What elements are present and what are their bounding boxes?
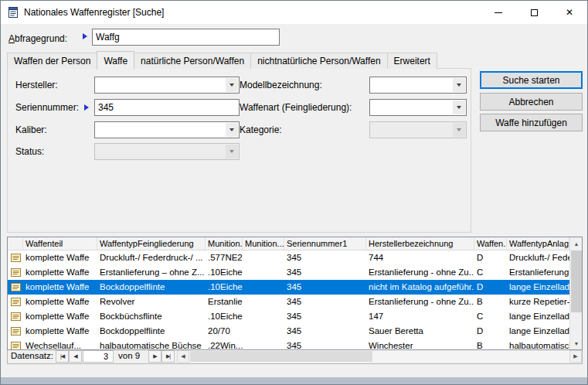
first-record-button[interactable]: |◀ xyxy=(56,350,69,363)
column-header-herstellerbezeichnung[interactable]: Herstellerbezeichnung xyxy=(366,237,474,250)
close-button[interactable]: ✕ xyxy=(552,1,587,24)
window-title: Nationales Waffenregister [Suche] xyxy=(24,7,164,18)
column-header-seriennummer1[interactable]: Seriennummer1 xyxy=(284,237,366,250)
cell-waffenteil: komplette Waffe xyxy=(23,309,97,324)
cell-waffenteil: Wechsellauf... xyxy=(23,339,97,349)
table-row-selected[interactable]: komplette Waffe Bockdoppelflinte .10Eich… xyxy=(8,280,569,295)
table-row[interactable]: komplette Waffe Bockbüchsflinte .10Eiche… xyxy=(8,309,569,324)
waffe-hinzufuegen-button[interactable]: Waffe hinzufügen xyxy=(480,114,583,131)
cell-waffentypanlage: halbautomatische... xyxy=(507,339,569,349)
scroll-left-icon[interactable]: ◀ xyxy=(177,350,189,363)
app-icon xyxy=(7,6,19,19)
seriennummer-label: Seriennummer: xyxy=(15,102,79,113)
scroll-right-icon[interactable]: ▶ xyxy=(569,350,582,363)
cell-waffentyp: halbautomatische Büchse xyxy=(97,339,206,349)
last-record-button[interactable]: ▶| xyxy=(161,350,175,363)
cell-munition-1: .10Eiche... xyxy=(206,265,243,280)
horizontal-scrollbar[interactable]: ◀ ▶ xyxy=(177,350,582,363)
cell-waffentyp: Bockdoppelflinte xyxy=(97,280,206,295)
tabstrip: Waffen der Person Waffe natürliche Perso… xyxy=(7,52,437,69)
cell-waffentyp: Bockdoppelflinte xyxy=(97,324,206,339)
cell-munition-2 xyxy=(243,250,284,265)
cell-waffentyp: Bockbüchsflinte xyxy=(97,309,206,324)
cell-munition-1: 20/70 xyxy=(206,324,243,339)
cell-waffentyp: Erstanlieferung – ohne Z... xyxy=(97,265,206,280)
tab-waffen-der-person[interactable]: Waffen der Person xyxy=(7,53,97,69)
weapon-record-icon xyxy=(11,326,21,336)
maximize-button[interactable] xyxy=(516,1,552,24)
cell-hersteller: Erstanlieferung - ohne Zu... xyxy=(366,295,474,309)
cell-waffenklasse: B xyxy=(474,295,507,309)
vertical-scrollbar-thumb[interactable] xyxy=(571,250,582,312)
cell-waffenklasse: B xyxy=(474,339,507,349)
cell-hersteller: Erstanlieferung - ohne Zu... xyxy=(366,265,474,280)
cell-munition-2 xyxy=(243,280,284,295)
tab-natuerliche-person-waffen[interactable]: natürliche Person/Waffen xyxy=(134,53,251,69)
record-position-input[interactable] xyxy=(83,350,114,363)
window-controls: ✕ xyxy=(481,1,587,24)
previous-record-button[interactable]: ◀ xyxy=(69,350,82,363)
table-header: Waffenteil WaffentypFeingliederung Munit… xyxy=(8,237,569,250)
hersteller-dropdown-icon[interactable] xyxy=(226,78,238,92)
kaliber-dropdown-icon[interactable] xyxy=(226,123,238,137)
hersteller-combobox[interactable] xyxy=(94,77,240,94)
cell-seriennummer1: 345 xyxy=(284,295,366,309)
kaliber-combobox[interactable] xyxy=(94,121,240,138)
tab-nichtnatuerliche-person-waffen[interactable]: nichtnatürliche Person/Waffen xyxy=(250,53,387,69)
table-row[interactable]: komplette Waffe Bockdoppelflinte 20/70 3… xyxy=(8,324,569,339)
seriennummer-input[interactable] xyxy=(94,99,240,116)
column-header-munition-1[interactable]: Munition... xyxy=(206,237,243,250)
cell-waffenklasse: C xyxy=(474,265,507,280)
minimize-button[interactable] xyxy=(481,1,516,24)
cell-waffenteil: komplette Waffe xyxy=(23,324,97,339)
cell-waffentyp: Druckluft-/ Federdruck-/ ... xyxy=(97,250,206,265)
column-header-waffenteil[interactable]: Waffenteil xyxy=(23,237,97,250)
scroll-up-icon[interactable]: ▲ xyxy=(570,237,583,250)
cell-munition-1: Erstanlie... xyxy=(206,295,243,309)
abbrechen-button[interactable]: Abbrechen xyxy=(480,93,583,111)
waffenart-combobox[interactable] xyxy=(369,99,467,116)
close-icon: ✕ xyxy=(566,8,573,17)
cell-munition-2 xyxy=(243,324,284,339)
column-header-waffentypanlage[interactable]: WaffentypAnlage xyxy=(507,237,569,250)
cell-munition-1: .22Win... xyxy=(206,339,243,349)
titlebar[interactable]: Nationales Waffenregister [Suche] ✕ xyxy=(1,1,587,24)
modellbezeichnung-label: Modellbezeichnung: xyxy=(240,80,322,90)
cell-seriennummer1: 345 xyxy=(284,309,366,324)
abfragegrund-input[interactable] xyxy=(92,29,280,46)
cell-seriennummer1: 345 xyxy=(284,339,366,349)
weapon-record-icon xyxy=(11,282,21,292)
kaliber-label: Kaliber: xyxy=(15,124,47,135)
vertical-scrollbar[interactable]: ▲ ▼ xyxy=(569,237,582,349)
cell-munition-2 xyxy=(243,339,284,349)
tab-erweitert[interactable]: Erweitert xyxy=(387,53,437,69)
cell-waffentyp: Revolver xyxy=(97,295,206,309)
cell-munition-2 xyxy=(243,265,284,280)
status-dropdown-icon xyxy=(226,145,238,158)
horizontal-scrollbar-thumb[interactable] xyxy=(190,351,372,362)
cell-seriennummer1: 345 xyxy=(284,324,366,339)
waffenart-dropdown-icon[interactable] xyxy=(453,101,465,114)
table-row[interactable]: komplette Waffe Druckluft-/ Federdruck-/… xyxy=(8,250,569,265)
modellbezeichnung-dropdown-icon[interactable] xyxy=(453,78,465,92)
tab-waffe[interactable]: Waffe xyxy=(97,51,134,70)
cell-munition-1: .10Eiche... xyxy=(206,280,243,295)
suche-starten-button[interactable]: Suche starten xyxy=(480,71,583,89)
table-row[interactable]: komplette Waffe Revolver Erstanlie... 34… xyxy=(8,295,569,309)
weapon-record-icon xyxy=(11,297,21,307)
modellbezeichnung-combobox[interactable] xyxy=(369,77,467,94)
next-record-button[interactable]: ▶ xyxy=(148,350,161,363)
weapon-record-icon xyxy=(11,253,21,263)
required-field-arrow-icon xyxy=(83,33,87,39)
column-header-munition-2[interactable]: Munition... xyxy=(243,237,284,250)
table-row[interactable]: komplette Waffe Erstanlieferung – ohne Z… xyxy=(8,265,569,280)
scroll-down-icon[interactable]: ▼ xyxy=(570,337,583,349)
cell-waffenteil: komplette Waffe xyxy=(23,295,97,309)
column-header-waffentypfeingliederung[interactable]: WaffentypFeingliederung xyxy=(97,237,206,250)
cell-waffenklasse: D xyxy=(474,250,507,265)
table-row[interactable]: Wechsellauf... halbautomatische Büchse .… xyxy=(8,339,569,349)
cell-waffenteil: komplette Waffe xyxy=(23,250,97,265)
cell-hersteller: Sauer Beretta xyxy=(366,324,474,339)
status-label: Status: xyxy=(15,146,44,157)
column-header-waffen[interactable]: Waffen... xyxy=(474,237,507,250)
